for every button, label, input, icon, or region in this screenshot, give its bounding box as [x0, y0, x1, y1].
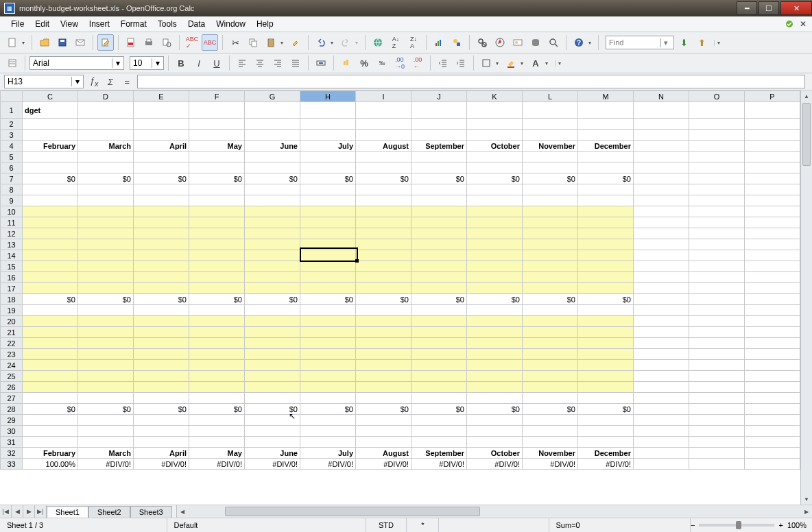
percent-button[interactable]: % [356, 55, 372, 71]
cell-N8[interactable] [634, 184, 689, 195]
row-header-4[interactable]: 4 [1, 141, 23, 152]
cell-F3[interactable] [189, 130, 245, 141]
cell-D28[interactable]: $0 [78, 404, 134, 415]
cell-C25[interactable] [23, 371, 78, 382]
cell-M1[interactable] [578, 102, 634, 119]
cell-G16[interactable] [245, 272, 300, 283]
cell-K24[interactable] [467, 360, 523, 371]
cell-C12[interactable] [23, 228, 78, 239]
cell-H5[interactable] [300, 152, 356, 162]
cell-K2[interactable] [467, 119, 523, 130]
cell-H4[interactable]: July [300, 141, 356, 152]
cell-J10[interactable] [411, 206, 467, 217]
cell-O7[interactable] [689, 173, 745, 184]
sheet-tab-1[interactable]: Sheet1 [47, 506, 88, 518]
cell-N6[interactable] [634, 162, 689, 173]
col-header-N[interactable]: N [634, 91, 689, 102]
cell-F30[interactable] [189, 426, 245, 437]
cell-E20[interactable] [134, 316, 189, 327]
cell-L26[interactable] [523, 382, 578, 393]
cell-C5[interactable] [23, 152, 78, 162]
cell-K8[interactable] [467, 184, 523, 195]
row-header-17[interactable]: 17 [1, 283, 23, 294]
cell-P3[interactable] [745, 130, 800, 141]
cell-H32[interactable]: July [300, 448, 356, 459]
last-sheet-button[interactable]: ▶| [35, 505, 47, 518]
cell-P19[interactable] [745, 305, 800, 316]
cell-H9[interactable] [300, 195, 356, 206]
cell-H19[interactable] [300, 305, 356, 316]
cell-G24[interactable] [245, 360, 300, 371]
row-header-23[interactable]: 23 [1, 349, 23, 360]
cell-N7[interactable] [634, 173, 689, 184]
cell-H13[interactable] [300, 239, 356, 250]
cell-M32[interactable]: December [578, 448, 634, 459]
cell-G12[interactable] [245, 228, 300, 239]
zoom-out-button[interactable]: − [691, 521, 695, 529]
cell-K18[interactable]: $0 [467, 294, 523, 305]
sheet-tab-2[interactable]: Sheet2 [88, 506, 130, 518]
cell-F27[interactable] [189, 393, 245, 404]
cell-J24[interactable] [411, 360, 467, 371]
cell-H26[interactable] [300, 382, 356, 393]
cell-N10[interactable] [634, 206, 689, 217]
cell-J22[interactable] [411, 338, 467, 349]
cell-E12[interactable] [134, 228, 189, 239]
cell-P13[interactable] [745, 239, 800, 250]
cell-L33[interactable]: #DIV/0! [523, 459, 578, 470]
cell-F6[interactable] [189, 162, 245, 173]
borders-button[interactable] [478, 55, 494, 71]
close-document-button[interactable]: ✕ [798, 19, 808, 29]
gallery-button[interactable] [510, 34, 526, 51]
cell-E8[interactable] [134, 184, 189, 195]
cell-O14[interactable] [689, 250, 745, 261]
sheet-tab-3[interactable]: Sheet3 [130, 506, 172, 518]
cell-L17[interactable] [523, 283, 578, 294]
cell-G19[interactable] [245, 305, 300, 316]
row-header-9[interactable]: 9 [1, 195, 23, 206]
cell-K14[interactable] [467, 250, 523, 261]
cell-P2[interactable] [745, 119, 800, 130]
edit-file-button[interactable] [97, 34, 114, 51]
bold-button[interactable]: B [173, 55, 189, 71]
cell-D23[interactable] [78, 349, 134, 360]
cell-G9[interactable] [245, 195, 300, 206]
cell-K27[interactable] [467, 393, 523, 404]
cell-J13[interactable] [411, 239, 467, 250]
cell-C26[interactable] [23, 382, 78, 393]
decrease-indent-button[interactable] [435, 55, 451, 71]
cell-I33[interactable]: #DIV/0! [356, 459, 411, 470]
cell-F29[interactable] [189, 415, 245, 426]
spreadsheet-grid[interactable]: CDEFGHIJKLMNOP1dget234FebruaryMarchApril… [0, 90, 812, 505]
cell-M20[interactable] [578, 316, 634, 327]
cell-P18[interactable] [745, 294, 800, 305]
cell-D22[interactable] [78, 338, 134, 349]
align-right-button[interactable] [270, 55, 286, 71]
menu-data[interactable]: Data [182, 17, 211, 31]
cell-P14[interactable] [745, 250, 800, 261]
undo-dropdown[interactable]: ▾ [331, 40, 336, 46]
cell-M8[interactable] [578, 184, 634, 195]
cell-D10[interactable] [78, 206, 134, 217]
col-header-M[interactable]: M [578, 91, 634, 102]
cell-C13[interactable] [23, 239, 78, 250]
cut-button[interactable]: ✂ [227, 34, 243, 51]
cell-L8[interactable] [523, 184, 578, 195]
new-doc-button[interactable] [4, 34, 21, 51]
cell-J6[interactable] [411, 162, 467, 173]
align-left-button[interactable] [234, 55, 250, 71]
cell-G2[interactable] [245, 119, 300, 130]
cell-H1[interactable] [300, 102, 356, 119]
cell-L32[interactable]: November [523, 448, 578, 459]
cell-O18[interactable] [689, 294, 745, 305]
hscroll-thumb[interactable] [225, 507, 480, 516]
cell-O24[interactable] [689, 360, 745, 371]
sum-button[interactable]: Σ [104, 77, 117, 87]
cell-L16[interactable] [523, 272, 578, 283]
del-decimal-button[interactable]: .00← [409, 55, 426, 71]
cell-L23[interactable] [523, 349, 578, 360]
cell-P9[interactable] [745, 195, 800, 206]
cell-N23[interactable] [634, 349, 689, 360]
cell-D24[interactable] [78, 360, 134, 371]
toolbar-overflow[interactable]: ▾ [714, 40, 723, 46]
